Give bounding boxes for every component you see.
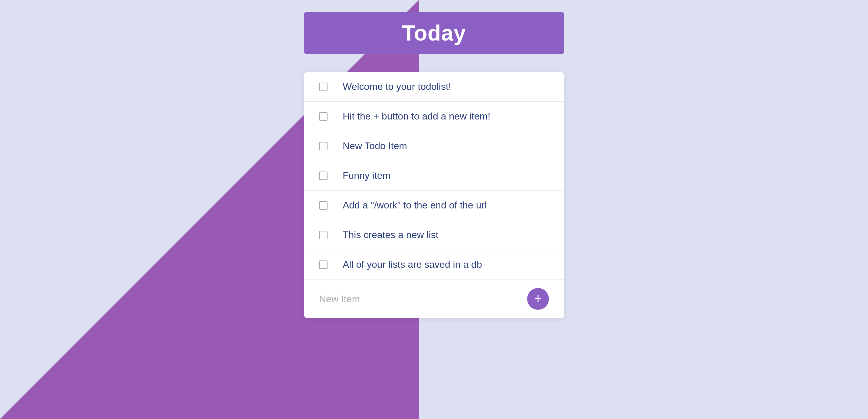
todo-checkbox-2[interactable] bbox=[319, 142, 328, 150]
todo-label-0: Welcome to your todolist! bbox=[343, 81, 451, 92]
add-item-button[interactable]: + bbox=[527, 288, 549, 310]
page-container: Today Welcome to your todolist!Hit the +… bbox=[0, 0, 868, 419]
todo-list: Welcome to your todolist!Hit the + butto… bbox=[304, 72, 564, 279]
todo-item: This creates a new list bbox=[304, 220, 564, 250]
todo-label-2: New Todo Item bbox=[343, 140, 407, 152]
todo-footer: New Item + bbox=[304, 279, 564, 318]
todo-item: All of your lists are saved in a db bbox=[304, 250, 564, 279]
todo-label-3: Funny item bbox=[343, 170, 391, 181]
todo-label-1: Hit the + button to add a new item! bbox=[343, 111, 490, 122]
todo-card: Welcome to your todolist!Hit the + butto… bbox=[304, 72, 564, 318]
todo-item: Welcome to your todolist! bbox=[304, 72, 564, 102]
todo-item: Funny item bbox=[304, 161, 564, 190]
todo-label-6: All of your lists are saved in a db bbox=[343, 259, 482, 270]
todo-checkbox-0[interactable] bbox=[319, 83, 328, 91]
plus-icon: + bbox=[534, 292, 542, 305]
todo-label-4: Add a "/work" to the end of the url bbox=[343, 200, 487, 211]
todo-checkbox-4[interactable] bbox=[319, 201, 328, 210]
new-item-placeholder: New Item bbox=[319, 294, 527, 305]
todo-checkbox-5[interactable] bbox=[319, 231, 328, 239]
todo-item: Add a "/work" to the end of the url bbox=[304, 190, 564, 220]
todo-checkbox-6[interactable] bbox=[319, 261, 328, 269]
todo-item: New Todo Item bbox=[304, 131, 564, 161]
title-bar: Today bbox=[304, 12, 564, 54]
page-title: Today bbox=[402, 21, 466, 45]
todo-checkbox-3[interactable] bbox=[319, 172, 328, 180]
todo-item: Hit the + button to add a new item! bbox=[304, 102, 564, 131]
todo-label-5: This creates a new list bbox=[343, 229, 438, 240]
todo-checkbox-1[interactable] bbox=[319, 112, 328, 121]
